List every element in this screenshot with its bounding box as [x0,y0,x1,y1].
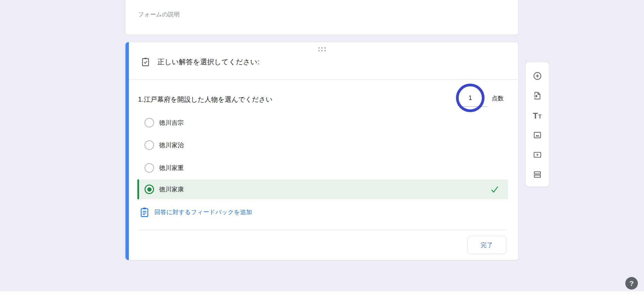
add-title-description-button[interactable]: TT [531,111,543,121]
bottom-strip [0,291,644,294]
side-toolbar: TT [525,62,549,187]
add-image-button[interactable] [531,131,543,141]
section-icon [533,170,542,180]
add-video-button[interactable] [531,150,543,160]
option-label: 徳川家重 [159,164,184,172]
import-document-icon [533,91,542,102]
question-text: 1.江戸幕府を開設した人物を選んでください [138,95,273,104]
correct-check-icon [490,185,499,194]
google-forms-edit-page: フォームの説明 正しい解答を選択してください: 1.江戸幕府を開設した人物を選ん… [0,0,644,294]
footer-divider [138,230,506,230]
done-button[interactable]: 完了 [468,236,506,254]
add-section-button[interactable] [531,170,543,180]
radio-icon[interactable] [145,163,154,173]
help-button[interactable]: ? [625,277,638,290]
radio-icon[interactable] [145,118,154,127]
header-divider [125,79,518,80]
option-row[interactable]: 徳川家治 [137,135,508,155]
answer-key-title: 正しい解答を選択してください: [157,57,259,67]
video-icon [533,150,542,161]
option-label: 徳川家康 [159,185,184,193]
feedback-link-label: 回答に対するフィードバックを追加 [154,208,252,216]
form-description-input[interactable]: フォームの説明 [138,11,180,18]
image-icon [533,131,542,141]
answer-key-clipboard-icon [140,57,151,67]
form-description-card: フォームの説明 [125,0,519,35]
points-value: 1 [469,94,472,102]
feedback-clipboard-icon [140,207,149,217]
radio-icon[interactable] [145,140,154,150]
option-label: 徳川家治 [159,141,184,149]
plus-circle-icon [533,71,542,82]
add-answer-feedback-link[interactable]: 回答に対するフィードバックを追加 [140,206,252,218]
import-questions-button[interactable] [531,91,543,101]
text-Tt-icon: TT [533,112,541,120]
points-label: 点数 [492,94,504,102]
add-question-button[interactable] [531,71,543,82]
option-row-correct-answer[interactable]: 徳川家康 [137,179,508,199]
drag-dots-icon [318,47,326,51]
radio-selected-icon[interactable] [145,185,154,194]
answer-key-header: 正しい解答を選択してください: [140,55,259,69]
question-card: 正しい解答を選択してください: 1.江戸幕府を開設した人物を選んでください 1 … [125,42,519,260]
selected-card-accent-bar [125,42,129,260]
option-label: 徳川吉宗 [159,119,184,127]
points-input[interactable]: 1 [456,84,485,112]
drag-handle[interactable] [316,46,328,52]
option-row[interactable]: 徳川吉宗 [137,113,508,133]
option-row[interactable]: 徳川家重 [137,158,508,178]
